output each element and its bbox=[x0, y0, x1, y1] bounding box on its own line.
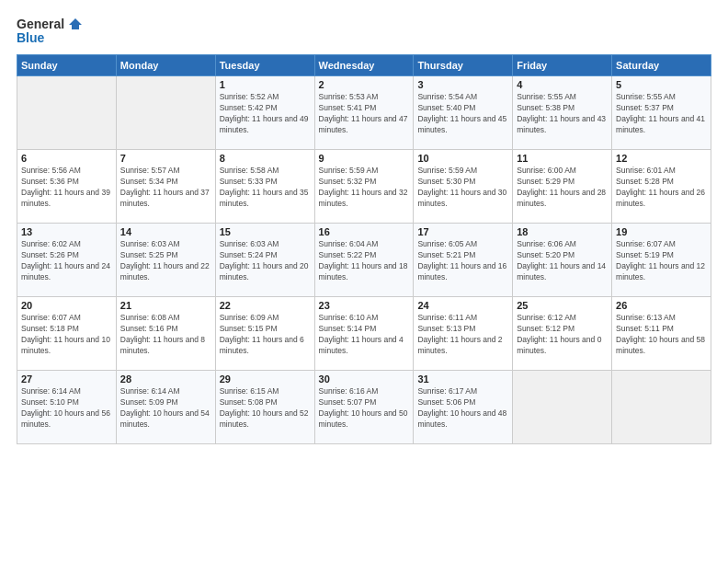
logo-blue: Blue bbox=[17, 31, 44, 45]
day-info: Sunrise: 6:17 AMSunset: 5:06 PMDaylight:… bbox=[417, 386, 508, 431]
day-number: 10 bbox=[417, 153, 508, 164]
day-info: Sunrise: 5:53 AMSunset: 5:41 PMDaylight:… bbox=[319, 92, 410, 136]
day-number: 19 bbox=[616, 226, 707, 237]
calendar-cell: 30Sunrise: 6:16 AMSunset: 5:07 PMDayligh… bbox=[314, 371, 414, 444]
header: General Blue bbox=[17, 17, 711, 45]
calendar-header-row: SundayMondayTuesdayWednesdayThursdayFrid… bbox=[17, 55, 711, 76]
calendar-cell: 25Sunrise: 6:12 AMSunset: 5:12 PMDayligh… bbox=[513, 297, 612, 371]
calendar-cell: 24Sunrise: 6:11 AMSunset: 5:13 PMDayligh… bbox=[414, 297, 513, 371]
calendar-cell: 3Sunrise: 5:54 AMSunset: 5:40 PMDaylight… bbox=[414, 76, 513, 150]
day-number: 7 bbox=[120, 153, 211, 164]
day-number: 29 bbox=[220, 373, 311, 385]
day-header-sunday: Sunday bbox=[17, 55, 117, 76]
day-number: 16 bbox=[319, 226, 410, 237]
calendar-cell: 16Sunrise: 6:04 AMSunset: 5:22 PMDayligh… bbox=[314, 224, 414, 297]
calendar-cell: 10Sunrise: 5:59 AMSunset: 5:30 PMDayligh… bbox=[414, 150, 513, 224]
calendar-cell: 6Sunrise: 5:56 AMSunset: 5:36 PMDaylight… bbox=[17, 150, 117, 224]
calendar-table: SundayMondayTuesdayWednesdayThursdayFrid… bbox=[17, 54, 711, 444]
day-number: 28 bbox=[120, 373, 211, 385]
day-info: Sunrise: 5:57 AMSunset: 5:34 PMDaylight:… bbox=[120, 166, 211, 210]
day-info: Sunrise: 6:11 AMSunset: 5:13 PMDaylight:… bbox=[417, 313, 508, 357]
calendar-cell: 31Sunrise: 6:17 AMSunset: 5:06 PMDayligh… bbox=[414, 371, 513, 444]
calendar-cell: 20Sunrise: 6:07 AMSunset: 5:18 PMDayligh… bbox=[17, 297, 117, 371]
day-number: 1 bbox=[220, 79, 311, 90]
day-number: 12 bbox=[616, 153, 707, 164]
day-header-friday: Friday bbox=[513, 55, 612, 76]
calendar-cell: 12Sunrise: 6:01 AMSunset: 5:28 PMDayligh… bbox=[612, 150, 711, 224]
day-number: 25 bbox=[517, 300, 608, 311]
day-number: 3 bbox=[417, 79, 508, 90]
day-number: 24 bbox=[417, 300, 508, 311]
day-info: Sunrise: 6:13 AMSunset: 5:11 PMDaylight:… bbox=[616, 313, 707, 357]
calendar-cell: 8Sunrise: 5:58 AMSunset: 5:33 PMDaylight… bbox=[215, 150, 314, 224]
day-info: Sunrise: 5:55 AMSunset: 5:38 PMDaylight:… bbox=[517, 92, 608, 136]
calendar-cell: 9Sunrise: 5:59 AMSunset: 5:32 PMDaylight… bbox=[314, 150, 414, 224]
day-info: Sunrise: 6:06 AMSunset: 5:20 PMDaylight:… bbox=[517, 239, 608, 283]
day-header-saturday: Saturday bbox=[612, 55, 711, 76]
day-header-monday: Monday bbox=[116, 55, 215, 76]
calendar-cell: 21Sunrise: 6:08 AMSunset: 5:16 PMDayligh… bbox=[116, 297, 215, 371]
day-info: Sunrise: 6:07 AMSunset: 5:18 PMDaylight:… bbox=[21, 313, 112, 357]
calendar-cell: 1Sunrise: 5:52 AMSunset: 5:42 PMDaylight… bbox=[215, 76, 314, 150]
day-number: 11 bbox=[517, 153, 608, 164]
day-number: 31 bbox=[417, 373, 508, 385]
logo-bird-icon bbox=[66, 17, 83, 33]
day-header-thursday: Thursday bbox=[414, 55, 513, 76]
calendar-cell: 4Sunrise: 5:55 AMSunset: 5:38 PMDaylight… bbox=[513, 76, 612, 150]
calendar-cell bbox=[116, 76, 215, 150]
week-row-4: 20Sunrise: 6:07 AMSunset: 5:18 PMDayligh… bbox=[17, 297, 711, 371]
day-number: 27 bbox=[21, 373, 112, 385]
logo-container: General Blue bbox=[17, 17, 83, 45]
day-info: Sunrise: 6:15 AMSunset: 5:08 PMDaylight:… bbox=[220, 386, 311, 431]
day-info: Sunrise: 6:01 AMSunset: 5:28 PMDaylight:… bbox=[616, 166, 707, 210]
calendar-cell: 22Sunrise: 6:09 AMSunset: 5:15 PMDayligh… bbox=[215, 297, 314, 371]
day-number: 20 bbox=[21, 300, 112, 311]
day-info: Sunrise: 5:54 AMSunset: 5:40 PMDaylight:… bbox=[417, 92, 508, 136]
day-info: Sunrise: 6:05 AMSunset: 5:21 PMDaylight:… bbox=[417, 239, 508, 283]
day-info: Sunrise: 6:03 AMSunset: 5:24 PMDaylight:… bbox=[220, 239, 311, 283]
calendar-cell: 28Sunrise: 6:14 AMSunset: 5:09 PMDayligh… bbox=[116, 371, 215, 444]
day-number: 26 bbox=[616, 300, 707, 311]
day-header-tuesday: Tuesday bbox=[215, 55, 314, 76]
day-info: Sunrise: 5:59 AMSunset: 5:30 PMDaylight:… bbox=[417, 166, 508, 210]
day-number: 23 bbox=[319, 300, 410, 311]
calendar-cell: 17Sunrise: 6:05 AMSunset: 5:21 PMDayligh… bbox=[414, 224, 513, 297]
day-info: Sunrise: 6:14 AMSunset: 5:09 PMDaylight:… bbox=[120, 386, 211, 431]
day-info: Sunrise: 6:08 AMSunset: 5:16 PMDaylight:… bbox=[120, 313, 211, 357]
calendar-cell: 23Sunrise: 6:10 AMSunset: 5:14 PMDayligh… bbox=[314, 297, 414, 371]
calendar-cell: 19Sunrise: 6:07 AMSunset: 5:19 PMDayligh… bbox=[612, 224, 711, 297]
day-info: Sunrise: 5:58 AMSunset: 5:33 PMDaylight:… bbox=[220, 166, 311, 210]
calendar-cell: 11Sunrise: 6:00 AMSunset: 5:29 PMDayligh… bbox=[513, 150, 612, 224]
day-info: Sunrise: 6:04 AMSunset: 5:22 PMDaylight:… bbox=[319, 239, 410, 283]
day-info: Sunrise: 6:10 AMSunset: 5:14 PMDaylight:… bbox=[319, 313, 410, 357]
day-number: 13 bbox=[21, 226, 112, 237]
calendar-cell: 15Sunrise: 6:03 AMSunset: 5:24 PMDayligh… bbox=[215, 224, 314, 297]
calendar-cell: 14Sunrise: 6:03 AMSunset: 5:25 PMDayligh… bbox=[116, 224, 215, 297]
calendar-cell bbox=[612, 371, 711, 444]
day-number: 14 bbox=[120, 226, 211, 237]
svg-marker-0 bbox=[69, 18, 82, 29]
day-number: 4 bbox=[517, 79, 608, 90]
day-number: 30 bbox=[319, 373, 410, 385]
day-number: 21 bbox=[120, 300, 211, 311]
day-info: Sunrise: 5:56 AMSunset: 5:36 PMDaylight:… bbox=[21, 166, 112, 210]
day-info: Sunrise: 6:00 AMSunset: 5:29 PMDaylight:… bbox=[517, 166, 608, 210]
day-info: Sunrise: 6:09 AMSunset: 5:15 PMDaylight:… bbox=[220, 313, 311, 357]
day-number: 9 bbox=[319, 153, 410, 164]
day-info: Sunrise: 6:12 AMSunset: 5:12 PMDaylight:… bbox=[517, 313, 608, 357]
calendar-cell: 27Sunrise: 6:14 AMSunset: 5:10 PMDayligh… bbox=[17, 371, 117, 444]
calendar-cell: 26Sunrise: 6:13 AMSunset: 5:11 PMDayligh… bbox=[612, 297, 711, 371]
day-number: 5 bbox=[616, 79, 707, 90]
day-number: 17 bbox=[417, 226, 508, 237]
logo: General Blue bbox=[17, 17, 83, 45]
day-number: 18 bbox=[517, 226, 608, 237]
day-info: Sunrise: 5:55 AMSunset: 5:37 PMDaylight:… bbox=[616, 92, 707, 136]
day-info: Sunrise: 6:16 AMSunset: 5:07 PMDaylight:… bbox=[319, 386, 410, 431]
calendar-cell: 5Sunrise: 5:55 AMSunset: 5:37 PMDaylight… bbox=[612, 76, 711, 150]
day-number: 15 bbox=[220, 226, 311, 237]
calendar-cell bbox=[513, 371, 612, 444]
day-info: Sunrise: 6:03 AMSunset: 5:25 PMDaylight:… bbox=[120, 239, 211, 283]
day-info: Sunrise: 6:07 AMSunset: 5:19 PMDaylight:… bbox=[616, 239, 707, 283]
week-row-3: 13Sunrise: 6:02 AMSunset: 5:26 PMDayligh… bbox=[17, 224, 711, 297]
day-info: Sunrise: 5:52 AMSunset: 5:42 PMDaylight:… bbox=[220, 92, 311, 136]
